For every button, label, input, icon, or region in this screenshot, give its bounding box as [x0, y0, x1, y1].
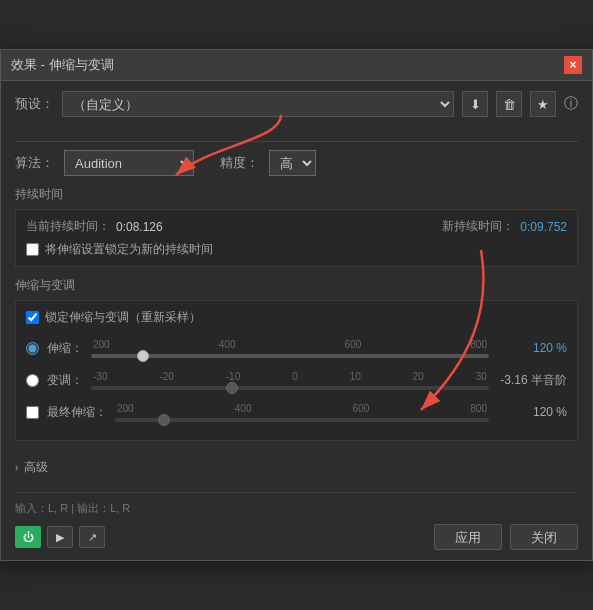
lock-duration-checkbox[interactable]	[26, 243, 39, 256]
new-duration-value: 0:09.752	[520, 220, 567, 234]
stretch-slider-label: 伸缩：	[47, 340, 83, 357]
final-stretch-slider-container: 200 400 600 800	[115, 400, 489, 424]
algorithm-label: 算法：	[15, 154, 54, 172]
final-stretch-label: 最终伸缩：	[47, 404, 107, 421]
current-duration-value: 0:08.126	[116, 220, 163, 234]
delete-preset-button[interactable]: 🗑	[496, 91, 522, 117]
star-preset-button[interactable]: ★	[530, 91, 556, 117]
content-area: 预设： （自定义） ⬇ 🗑 ★ ⓘ 算法： AuditioniZotope Ra…	[1, 81, 592, 560]
footer-controls: ⏻ ▶ ↗	[15, 526, 105, 548]
power-button[interactable]: ⏻	[15, 526, 41, 548]
final-stretch-ticks: 200 400 600 800	[115, 403, 489, 414]
stretch-slider-container: 200 400 600 800	[91, 336, 489, 360]
stretch-slider-row: 伸缩： 200 400 600 800 120 %	[26, 336, 567, 360]
pitch-slider-row: 变调： -30 -20 -10 0 10 20 30 -3.16 半音阶	[26, 368, 567, 392]
info-button[interactable]: ⓘ	[564, 95, 578, 113]
action-buttons: 应用 关闭	[434, 524, 578, 550]
current-duration-item: 当前持续时间： 0:08.126	[26, 218, 163, 235]
final-stretch-slider[interactable]	[115, 418, 489, 422]
pitch-slider[interactable]	[91, 386, 489, 390]
advanced-chevron: ›	[15, 462, 18, 473]
algorithm-row: 算法： AuditioniZotope RadiusVarispeed 精度： …	[15, 150, 578, 176]
apply-button[interactable]: 应用	[434, 524, 502, 550]
window-title: 效果 - 伸缩与变调	[11, 56, 114, 74]
play-button[interactable]: ▶	[47, 526, 73, 548]
footer-divider	[15, 492, 578, 493]
close-button[interactable]: 关闭	[510, 524, 578, 550]
stretch-radio[interactable]	[26, 342, 39, 355]
stretch-section: 锁定伸缩与变调（重新采样） 伸缩： 200 400 600 800 120 %	[15, 300, 578, 441]
close-window-button[interactable]: ×	[564, 56, 582, 74]
algorithm-select[interactable]: AuditioniZotope RadiusVarispeed	[64, 150, 194, 176]
title-bar: 效果 - 伸缩与变调 ×	[1, 50, 592, 81]
duration-values-row: 当前持续时间： 0:08.126 新持续时间： 0:09.752	[26, 218, 567, 235]
pitch-ticks: -30 -20 -10 0 10 20 30	[91, 371, 489, 382]
new-duration-item: 新持续时间： 0:09.752	[442, 218, 567, 235]
download-preset-button[interactable]: ⬇	[462, 91, 488, 117]
duration-section-title: 持续时间	[15, 186, 578, 203]
footer-bar: ⏻ ▶ ↗ 应用 关闭	[15, 524, 578, 550]
lock-stretch-label[interactable]: 锁定伸缩与变调（重新采样）	[45, 309, 201, 326]
divider-1	[15, 141, 578, 142]
stretch-section-title: 伸缩与变调	[15, 277, 578, 294]
pitch-slider-label: 变调：	[47, 372, 83, 389]
preset-select[interactable]: （自定义）	[62, 91, 454, 117]
preset-label: 预设：	[15, 95, 54, 113]
precision-select[interactable]: 低中高	[269, 150, 316, 176]
main-window: 效果 - 伸缩与变调 × 预设： （自定义） ⬇ 🗑 ★ ⓘ 算法： Audit…	[0, 49, 593, 561]
export-button[interactable]: ↗	[79, 526, 105, 548]
pitch-radio[interactable]	[26, 374, 39, 387]
stretch-value: 120 %	[497, 341, 567, 355]
precision-label: 精度：	[220, 154, 259, 172]
preset-row: 预设： （自定义） ⬇ 🗑 ★ ⓘ	[15, 91, 578, 127]
pitch-value: -3.16 半音阶	[497, 372, 567, 389]
lock-stretch-checkbox[interactable]	[26, 311, 39, 324]
advanced-row[interactable]: › 高级	[15, 451, 578, 484]
duration-section: 当前持续时间： 0:08.126 新持续时间： 0:09.752 将伸缩设置锁定…	[15, 209, 578, 267]
footer-io-text: 输入：L, R | 输出：L, R	[15, 501, 578, 516]
pitch-slider-container: -30 -20 -10 0 10 20 30	[91, 368, 489, 392]
stretch-ticks: 200 400 600 800	[91, 339, 489, 350]
final-stretch-checkbox[interactable]	[26, 406, 39, 419]
final-stretch-value: 120 %	[497, 405, 567, 419]
final-stretch-slider-row: 最终伸缩： 200 400 600 800 120 %	[26, 400, 567, 424]
lock-duration-label[interactable]: 将伸缩设置锁定为新的持续时间	[45, 241, 213, 258]
advanced-label: 高级	[24, 459, 48, 476]
stretch-slider[interactable]	[91, 354, 489, 358]
lock-duration-row: 将伸缩设置锁定为新的持续时间	[26, 241, 567, 258]
lock-stretch-row: 锁定伸缩与变调（重新采样）	[26, 309, 567, 326]
new-duration-label: 新持续时间：	[442, 218, 514, 235]
current-duration-label: 当前持续时间：	[26, 218, 110, 235]
